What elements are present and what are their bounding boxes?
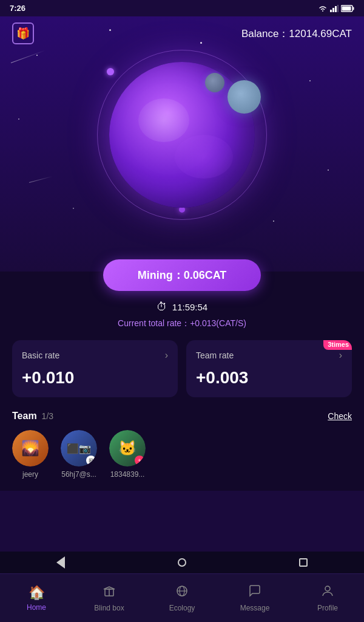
balance-display: Balance：12014.69CAT [241, 27, 352, 41]
timer-icon: ⏱ [157, 301, 167, 313]
svg-rect-1 [332, 8, 334, 12]
svg-rect-5 [353, 7, 354, 10]
wifi-icon [318, 5, 328, 12]
gift-icon[interactable]: 🎁 [12, 22, 34, 44]
planet-shadow [175, 135, 233, 179]
svg-rect-6 [342, 6, 351, 10]
main-content: Mining：0.06CAT ⏱ 11:59:54 Current total … [0, 259, 364, 491]
system-nav-bar [0, 552, 364, 573]
nav-ecology[interactable]: Ecology [146, 584, 218, 612]
avatar-2: ⬛📷 ⊞ [61, 430, 97, 466]
home-icon: 🏠 [29, 585, 45, 601]
check-link[interactable]: Check [328, 411, 352, 421]
timer-row: ⏱ 11:59:54 [12, 301, 352, 313]
profile-label: Profile [317, 604, 338, 612]
member-name-1: jeery [22, 470, 38, 479]
team-count: 1/3 [42, 411, 53, 421]
avatar-1: 🌄 [12, 430, 49, 466]
card-header: Basic rate › [22, 350, 168, 361]
ecology-label: Ecology [169, 604, 195, 612]
home-label: Home [27, 603, 46, 612]
orbit-dot-topleft [107, 68, 114, 75]
recents-button[interactable] [297, 556, 310, 569]
nav-blindbox[interactable]: Blind box [73, 584, 146, 612]
profile-icon [321, 584, 334, 601]
svg-point-12 [325, 586, 330, 591]
rate-row: Current total rate：+0.013(CAT/S) [12, 318, 352, 329]
team-member-2: ⬛📷 ⊞ 56hj7@s... [61, 430, 97, 479]
team-member-1: 🌄 jeery [12, 430, 49, 479]
status-bar: 7:26 [0, 0, 364, 16]
hero-section: 🎁 Balance：12014.69CAT [0, 16, 364, 272]
timer-display: 11:59:54 [172, 302, 207, 312]
chevron-right-icon: › [339, 350, 342, 361]
bottom-nav: 🏠 Home Blind box Ecology [0, 573, 364, 622]
svg-rect-2 [335, 6, 337, 12]
team-member-3: 🐱 + 1834839... [109, 430, 146, 479]
svg-rect-3 [337, 5, 339, 12]
qr-badge: ⊞ [86, 456, 96, 465]
home-button[interactable] [175, 556, 189, 569]
moon [228, 80, 261, 114]
svg-rect-0 [330, 10, 332, 12]
time-display: 7:26 [10, 4, 25, 13]
team-avatars: 🌄 jeery ⬛📷 ⊞ 56hj7@s... 🐱 + 1834839... [12, 430, 352, 479]
status-icons [318, 5, 354, 12]
member-name-2: 56hj7@s... [61, 470, 96, 479]
message-icon [248, 584, 261, 601]
card-header: Team rate › [196, 350, 342, 361]
team-rate-card[interactable]: 3times Team rate › +0.003 [186, 340, 352, 397]
chevron-right-icon: › [165, 350, 168, 361]
message-label: Message [240, 604, 270, 612]
moon-small [205, 73, 224, 92]
nav-message[interactable]: Message [218, 584, 291, 612]
avatar-img-1: 🌄 [12, 430, 49, 466]
member-name-3: 1834839... [110, 470, 145, 479]
team-row: Team 1/3 Check [12, 411, 352, 422]
basic-rate-value: +0.010 [22, 368, 168, 388]
signal-icon [330, 5, 339, 12]
planet-highlight [138, 98, 189, 142]
ecology-icon [175, 584, 189, 601]
cards-row: Basic rate › +0.010 3times Team rate › +… [12, 340, 352, 397]
team-label: Team 1/3 [12, 411, 53, 422]
card-title: Basic rate [22, 350, 59, 360]
team-rate-value: +0.003 [196, 368, 342, 388]
battery-icon [341, 5, 354, 12]
mining-button[interactable]: Mining：0.06CAT [103, 259, 261, 291]
plus-badge: + [135, 456, 144, 465]
balance-row: 🎁 Balance：12014.69CAT [0, 22, 364, 44]
planet-container [97, 50, 267, 220]
nav-profile[interactable]: Profile [291, 584, 364, 612]
basic-rate-card[interactable]: Basic rate › +0.010 [12, 340, 178, 397]
back-button[interactable] [54, 556, 67, 569]
avatar-3: 🐱 + [109, 430, 146, 466]
blindbox-icon [103, 584, 116, 601]
times-badge: 3times [323, 340, 352, 350]
nav-home[interactable]: 🏠 Home [0, 585, 73, 612]
card-title: Team rate [196, 350, 234, 360]
blindbox-label: Blind box [94, 604, 124, 612]
